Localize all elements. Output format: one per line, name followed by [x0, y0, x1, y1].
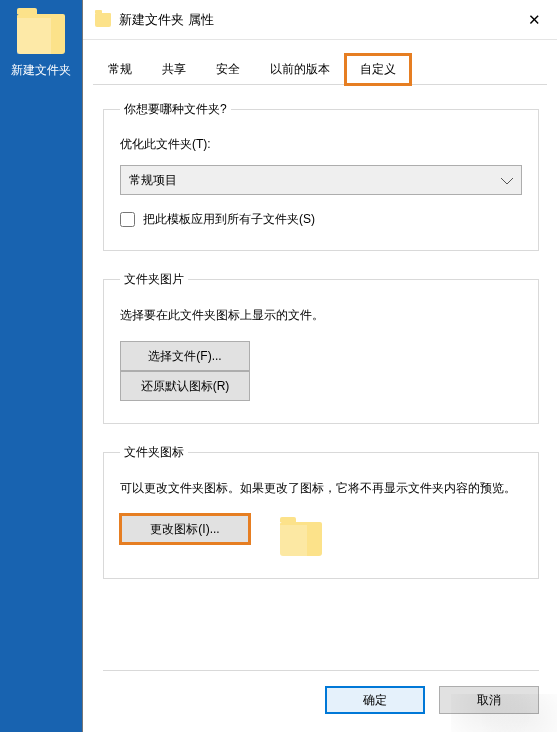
- close-icon: ✕: [528, 11, 541, 29]
- section-folder-type: 你想要哪种文件夹? 优化此文件夹(T): 常规项目 把此模板应用到所有子文件夹(…: [103, 101, 539, 251]
- dialog-footer: 确定 取消: [83, 674, 557, 732]
- change-icon-button[interactable]: 更改图标(I)...: [120, 514, 250, 544]
- folder-icon: [17, 14, 65, 54]
- titlebar-folder-icon: [95, 13, 111, 27]
- tab-security[interactable]: 安全: [201, 54, 255, 85]
- apply-template-checkbox[interactable]: [120, 212, 135, 227]
- apply-template-row[interactable]: 把此模板应用到所有子文件夹(S): [120, 211, 522, 228]
- section-folder-picture: 文件夹图片 选择要在此文件夹图标上显示的文件。 选择文件(F)... 还原默认图…: [103, 271, 539, 424]
- properties-dialog: 新建文件夹 属性 ✕ 常规 共享 安全 以前的版本 自定义 你想要哪种文件夹? …: [82, 0, 557, 732]
- optimize-dropdown[interactable]: 常规项目: [120, 165, 522, 195]
- titlebar: 新建文件夹 属性 ✕: [83, 0, 557, 40]
- section-folder-picture-legend: 文件夹图片: [120, 271, 188, 288]
- folder-icon-description: 可以更改文件夹图标。如果更改了图标，它将不再显示文件夹内容的预览。: [120, 479, 522, 498]
- folder-icon-preview: [280, 522, 322, 556]
- section-folder-type-legend: 你想要哪种文件夹?: [120, 101, 231, 118]
- tab-customize[interactable]: 自定义: [345, 54, 411, 85]
- section-folder-icon: 文件夹图标 可以更改文件夹图标。如果更改了图标，它将不再显示文件夹内容的预览。 …: [103, 444, 539, 579]
- restore-default-icon-button[interactable]: 还原默认图标(R): [120, 371, 250, 401]
- tab-sharing[interactable]: 共享: [147, 54, 201, 85]
- choose-file-button[interactable]: 选择文件(F)...: [120, 341, 250, 371]
- optimize-label: 优化此文件夹(T):: [120, 136, 522, 153]
- tab-content-customize: 你想要哪种文件夹? 优化此文件夹(T): 常规项目 把此模板应用到所有子文件夹(…: [83, 85, 557, 674]
- cancel-button[interactable]: 取消: [439, 686, 539, 714]
- folder-picture-description: 选择要在此文件夹图标上显示的文件。: [120, 306, 522, 325]
- section-folder-icon-legend: 文件夹图标: [120, 444, 188, 461]
- tab-general[interactable]: 常规: [93, 54, 147, 85]
- desktop-folder-shortcut[interactable]: 新建文件夹: [6, 14, 76, 79]
- desktop-folder-label: 新建文件夹: [6, 62, 76, 79]
- tab-strip: 常规 共享 安全 以前的版本 自定义: [83, 40, 557, 85]
- ok-button[interactable]: 确定: [325, 686, 425, 714]
- dialog-title: 新建文件夹 属性: [119, 11, 214, 29]
- tab-previous-versions[interactable]: 以前的版本: [255, 54, 345, 85]
- apply-template-label: 把此模板应用到所有子文件夹(S): [143, 211, 315, 228]
- close-button[interactable]: ✕: [511, 0, 557, 40]
